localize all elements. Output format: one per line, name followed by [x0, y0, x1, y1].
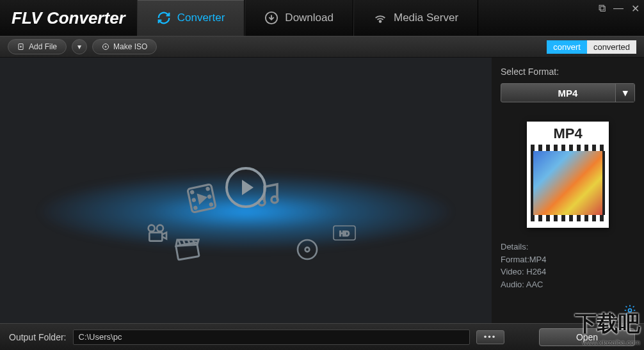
format-dropdown[interactable]: MP4 ▾ [501, 83, 635, 102]
play-icon [225, 167, 266, 208]
wifi-icon [373, 11, 387, 25]
svg-point-8 [194, 207, 197, 209]
film-icon [182, 179, 220, 217]
open-button[interactable]: Open [539, 328, 635, 346]
format-thumbnail: MP4 [527, 122, 609, 228]
thumbnail-image [531, 145, 605, 221]
tab-label: Download [285, 12, 334, 24]
svg-point-10 [208, 195, 211, 198]
add-file-dropdown[interactable]: ▾ [72, 39, 87, 54]
svg-point-19 [305, 248, 310, 252]
output-folder-input[interactable] [73, 330, 470, 345]
select-format-label: Select Format: [501, 67, 635, 77]
close-icon[interactable]: ✕ [630, 3, 640, 15]
app-title: FLV Converter [0, 8, 137, 28]
settings-button[interactable] [624, 304, 636, 317]
refresh-icon [157, 11, 171, 25]
add-file-button[interactable]: Add File [8, 39, 67, 54]
button-label: Make ISO [113, 42, 147, 51]
format-value: MP4 [558, 88, 578, 99]
tab-download[interactable]: Download [245, 0, 353, 36]
chevron-down-icon: ▾ [615, 84, 634, 102]
disc-icon [102, 43, 109, 51]
browse-button[interactable]: ••• [476, 330, 504, 344]
download-icon [264, 11, 278, 25]
tab-converter[interactable]: Converter [137, 0, 245, 36]
svg-point-13 [271, 196, 278, 203]
svg-point-18 [298, 240, 317, 259]
svg-point-6 [191, 191, 193, 193]
camera-icon [144, 221, 170, 246]
details-heading: Details: [501, 241, 635, 253]
svg-point-1 [380, 20, 382, 22]
segment-converted[interactable]: converted [587, 40, 636, 54]
thumbnail-label: MP4 [531, 125, 605, 145]
clapperboard-icon [171, 232, 204, 264]
svg-point-22 [629, 309, 632, 312]
popout-icon[interactable]: ⧉ [597, 3, 607, 15]
chevron-down-icon: ▾ [77, 42, 81, 51]
svg-rect-16 [149, 232, 162, 241]
button-label: Add File [29, 42, 57, 51]
minimize-icon[interactable]: — [613, 3, 624, 15]
tab-label: Converter [177, 12, 225, 24]
preview-canvas: HD [0, 58, 492, 323]
output-folder-label: Output Folder: [9, 332, 67, 342]
svg-point-9 [207, 187, 209, 190]
hd-badge-icon: HD [333, 225, 356, 241]
svg-point-14 [149, 225, 155, 232]
cd-icon [294, 237, 320, 262]
svg-point-3 [103, 44, 109, 50]
plus-file-icon [17, 43, 25, 51]
svg-point-11 [210, 203, 213, 206]
svg-point-15 [157, 225, 163, 232]
details-format: Format:MP4 [501, 253, 635, 266]
svg-text:HD: HD [339, 230, 350, 237]
svg-point-4 [105, 46, 106, 47]
make-iso-button[interactable]: Make ISO [92, 39, 157, 54]
tab-mediaserver[interactable]: Media Server [353, 0, 478, 36]
tab-label: Media Server [394, 12, 458, 24]
svg-point-7 [193, 199, 195, 202]
segment-convert[interactable]: convert [547, 40, 587, 54]
details-audio: Audio: AAC [501, 278, 635, 291]
details-video: Video: H264 [501, 266, 635, 278]
